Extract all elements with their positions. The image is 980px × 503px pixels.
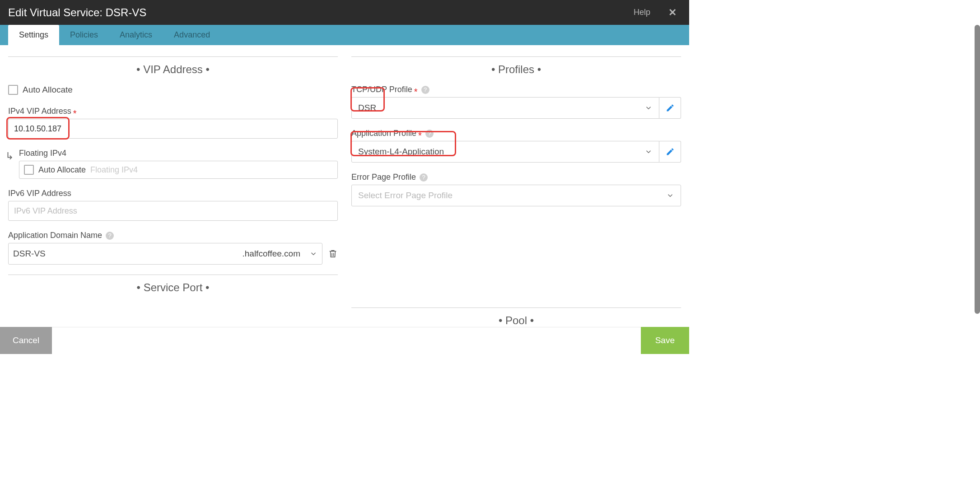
- ipv6-label: IPv6 VIP Address: [8, 189, 338, 198]
- domain-value: DSR-VS: [13, 249, 242, 259]
- ipv6-input[interactable]: [8, 201, 338, 221]
- auto-allocate-row: Auto Allocate: [8, 85, 338, 95]
- domain-suffix: .halfcoffee.com: [242, 249, 300, 259]
- help-link[interactable]: Help: [625, 8, 658, 17]
- tcp-profile-field: TCP/UDP Profile * ? DSR: [351, 85, 681, 119]
- indent-arrow-icon: ↳: [5, 150, 14, 162]
- chevron-down-icon: [644, 104, 653, 112]
- tab-analytics[interactable]: Analytics: [109, 25, 163, 45]
- floating-auto-allocate-checkbox[interactable]: [24, 165, 34, 175]
- floating-ipv4-row: Auto Allocate: [19, 161, 338, 179]
- domain-label-text: Application Domain Name: [8, 231, 102, 240]
- chevron-down-icon: [309, 250, 317, 258]
- help-icon[interactable]: ?: [420, 173, 428, 182]
- floating-ipv4-input[interactable]: [90, 165, 333, 175]
- help-icon[interactable]: ?: [425, 130, 434, 138]
- ipv4-label: IPv4 VIP Address *: [8, 107, 338, 116]
- app-profile-edit-button[interactable]: [659, 141, 681, 163]
- tcp-profile-label: TCP/UDP Profile * ?: [351, 85, 681, 94]
- chevron-down-icon: [666, 191, 674, 200]
- content-area: • VIP Address • Auto Allocate IPv4 VIP A…: [0, 45, 689, 327]
- ipv6-field: IPv6 VIP Address: [8, 189, 338, 221]
- ipv4-label-text: IPv4 VIP Address: [8, 107, 71, 116]
- error-profile-label-text: Error Page Profile: [351, 172, 416, 182]
- close-icon: ✕: [668, 7, 677, 18]
- floating-ipv4-block: ↳ Floating IPv4 Auto Allocate: [19, 149, 338, 179]
- tcp-profile-label-text: TCP/UDP Profile: [351, 85, 412, 94]
- error-profile-select[interactable]: Select Error Page Profile: [351, 185, 681, 206]
- domain-selector[interactable]: DSR-VS .halfcoffee.com: [8, 243, 322, 265]
- error-profile-field: Error Page Profile ? Select Error Page P…: [351, 172, 681, 206]
- trash-icon[interactable]: [328, 248, 338, 259]
- tab-policies[interactable]: Policies: [59, 25, 109, 45]
- tab-settings[interactable]: Settings: [8, 25, 59, 45]
- app-profile-value: System-L4-Application: [358, 147, 644, 157]
- dialog-header: Edit Virtual Service: DSR-VS Help ✕: [0, 0, 689, 25]
- left-column: • VIP Address • Auto Allocate IPv4 VIP A…: [8, 56, 338, 327]
- help-icon[interactable]: ?: [106, 232, 114, 240]
- pool-section-title: • Pool •: [351, 307, 681, 327]
- vip-section-title: • VIP Address •: [8, 56, 338, 85]
- pencil-icon: [666, 103, 675, 112]
- save-button[interactable]: Save: [641, 327, 689, 354]
- footer-spacer: [52, 327, 641, 354]
- help-icon[interactable]: ?: [421, 86, 429, 94]
- tcp-profile-edit-button[interactable]: [659, 97, 681, 119]
- domain-field: Application Domain Name ? DSR-VS .halfco…: [8, 231, 338, 265]
- service-port-section-title: • Service Port •: [8, 275, 338, 294]
- app-profile-select[interactable]: System-L4-Application: [351, 141, 659, 163]
- floating-auto-allocate-label: Auto Allocate: [38, 165, 86, 175]
- tab-bar: Settings Policies Analytics Advanced: [0, 25, 689, 45]
- error-profile-placeholder: Select Error Page Profile: [358, 191, 666, 200]
- pencil-icon: [666, 147, 675, 156]
- tcp-profile-select[interactable]: DSR: [351, 97, 659, 119]
- dialog-title: Edit Virtual Service: DSR-VS: [8, 6, 625, 19]
- cancel-button[interactable]: Cancel: [0, 327, 52, 354]
- tcp-profile-value: DSR: [358, 103, 644, 113]
- app-profile-label-text: Application Profile: [351, 129, 416, 138]
- error-profile-label: Error Page Profile ?: [351, 172, 681, 182]
- tab-advanced[interactable]: Advanced: [163, 25, 221, 45]
- auto-allocate-checkbox[interactable]: [8, 85, 18, 95]
- floating-ipv4-label: Floating IPv4: [19, 149, 338, 158]
- auto-allocate-label: Auto Allocate: [23, 85, 73, 95]
- profiles-section-title: • Profiles •: [351, 56, 681, 85]
- right-column: • Profiles • TCP/UDP Profile * ? DSR: [351, 56, 681, 327]
- app-profile-field: Application Profile * ? System-L4-Applic…: [351, 129, 681, 163]
- domain-label: Application Domain Name ?: [8, 231, 338, 240]
- app-profile-label: Application Profile * ?: [351, 129, 681, 138]
- close-button[interactable]: ✕: [658, 7, 681, 19]
- ipv4-input[interactable]: [8, 119, 338, 139]
- ipv4-field: IPv4 VIP Address *: [8, 107, 338, 139]
- chevron-down-icon: [644, 148, 653, 156]
- dialog-footer: Cancel Save: [0, 327, 689, 354]
